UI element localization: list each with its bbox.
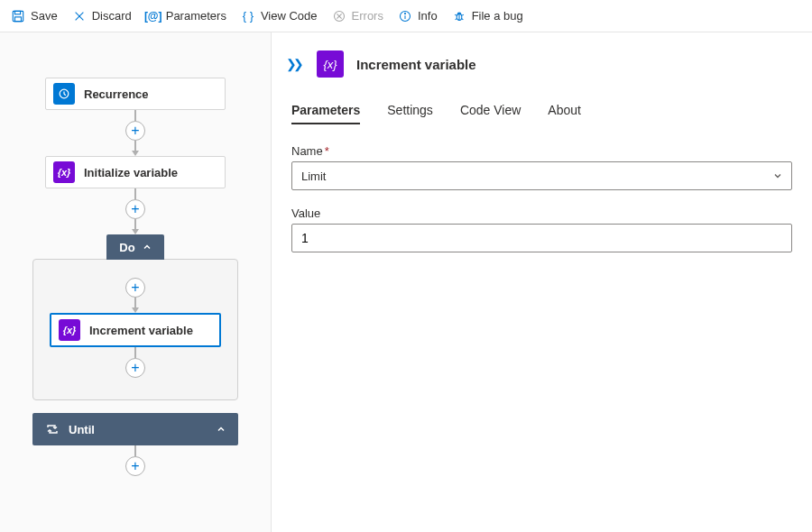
field-value-label: Value [291,206,792,220]
add-step-button[interactable]: + [125,358,145,378]
add-step-button[interactable]: + [125,456,145,476]
connector [134,188,136,199]
save-label: Save [31,9,58,23]
bug-button[interactable]: File a bug [452,9,523,23]
errors-label: Errors [352,9,383,23]
node-recurrence[interactable]: Recurrence [45,78,226,110]
bug-label: File a bug [472,9,523,23]
viewcode-label: View Code [261,9,318,23]
loop-icon [45,422,60,436]
add-step-button[interactable]: + [125,121,145,141]
tab-codeview[interactable]: Code View [460,103,521,124]
viewcode-button[interactable]: { } View Code [241,9,318,23]
errors-button: Errors [332,9,383,23]
field-name-select[interactable]: Limit [291,161,792,190]
add-step-button[interactable]: + [125,199,145,219]
connector [134,347,136,358]
tab-parameters[interactable]: Parameters [291,103,360,124]
parameters-button[interactable]: [@] Parameters [146,9,226,23]
collapse-button[interactable]: ❯❯ [282,53,304,75]
field-value-input[interactable] [291,224,792,252]
discard-icon [72,9,87,23]
info-label: Info [418,9,438,23]
tab-settings[interactable]: Settings [387,103,433,124]
parameters-label: Parameters [166,9,226,23]
field-name-label: Name* [291,144,792,158]
errors-icon [332,9,346,23]
node-increment-label: Increment variable [89,324,193,337]
save-icon [11,9,25,23]
svg-line-13 [455,14,457,15]
do-header[interactable]: Do [106,234,164,260]
field-name-value: Limit [301,170,326,183]
svg-point-10 [404,13,405,14]
info-button[interactable]: Info [398,9,438,23]
discard-label: Discard [92,9,132,23]
details-panel: ❯❯ {x} Increment variable Parameters Set… [271,32,812,532]
node-initialize-label: Initialize variable [84,166,178,179]
tab-about[interactable]: About [548,103,581,124]
chevron-down-icon [773,171,782,180]
node-initialize-variable[interactable]: {x} Initialize variable [45,156,226,188]
until-label: Until [69,423,95,436]
discard-button[interactable]: Discard [72,9,132,23]
chevron-up-icon [217,425,226,434]
add-step-button[interactable]: + [125,278,145,298]
loop-container: + {x} Increment variable + [32,259,238,400]
connector [134,445,136,456]
workflow-canvas[interactable]: Recurrence + {x} Initialize variable + D… [0,32,271,532]
info-icon [398,9,412,23]
save-button[interactable]: Save [11,9,58,23]
panel-title: Increment variable [356,57,476,72]
svg-rect-2 [15,16,22,21]
variable-icon: {x} [53,161,75,183]
svg-line-14 [462,14,464,15]
clock-icon [53,83,75,105]
variable-icon: {x} [59,319,80,341]
viewcode-icon: { } [241,9,255,23]
parameters-icon: [@] [146,9,161,23]
parameters-form: Name* Limit Value [272,124,812,252]
do-label: Do [119,241,134,254]
variable-icon: {x} [317,50,344,78]
node-recurrence-label: Recurrence [84,87,149,101]
node-increment-variable[interactable]: {x} Increment variable [50,313,221,347]
bug-icon [452,9,466,23]
svg-line-16 [461,18,463,19]
panel-tabs: Parameters Settings Code View About [291,103,812,124]
svg-line-15 [455,18,457,19]
chevron-up-icon [143,243,152,252]
svg-rect-1 [15,11,21,14]
connector [134,110,136,121]
until-header[interactable]: Until [32,413,238,445]
toolbar: Save Discard [@] Parameters { } View Cod… [0,0,812,32]
